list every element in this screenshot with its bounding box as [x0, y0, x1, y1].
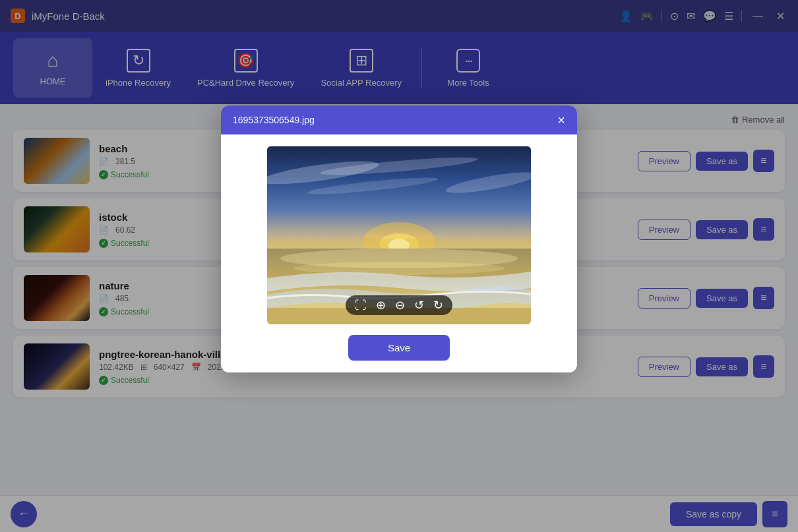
modal-save-button[interactable]: Save [348, 335, 450, 361]
modal-body: ⛶ ⊕ ⊖ ↺ ↻ Save [221, 134, 577, 372]
preview-modal: 1695373506549.jpg × [221, 105, 577, 372]
zoom-in-button[interactable]: ⊕ [376, 299, 386, 311]
modal-header: 1695373506549.jpg × [221, 105, 577, 134]
modal-overlay: 1695373506549.jpg × [0, 0, 798, 532]
rotate-right-button[interactable]: ↻ [433, 299, 443, 311]
fullscreen-button[interactable]: ⛶ [355, 299, 367, 311]
zoom-out-button[interactable]: ⊖ [395, 299, 405, 311]
rotate-left-button[interactable]: ↺ [414, 299, 424, 311]
modal-filename: 1695373506549.jpg [233, 115, 315, 125]
image-controls: ⛶ ⊕ ⊖ ↺ ↻ [346, 295, 452, 315]
modal-close-button[interactable]: × [557, 113, 565, 127]
